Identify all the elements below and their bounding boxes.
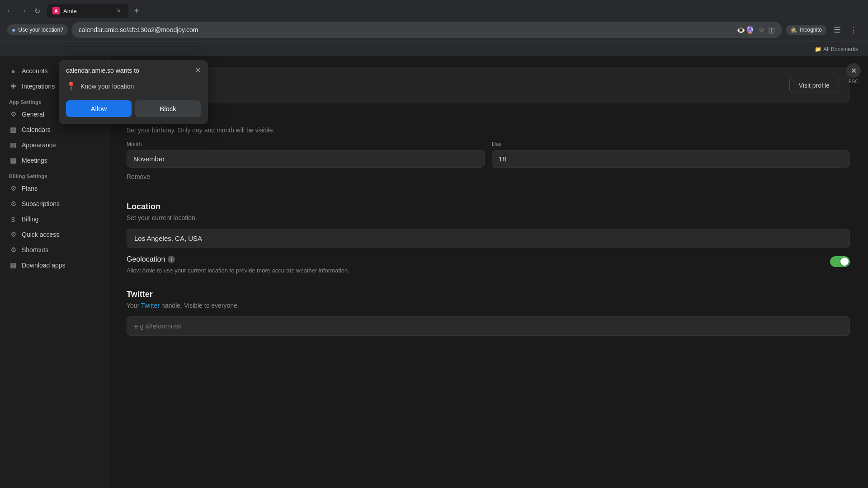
birthday-section: Birthday Set your birthday. Only day and… xyxy=(127,114,850,188)
location-description: Set your current location. xyxy=(127,214,850,221)
twitter-desc-before: Your xyxy=(127,302,141,309)
appearance-icon: ▦ xyxy=(9,141,17,149)
calendars-icon: ▦ xyxy=(9,126,17,134)
integrations-icon: ✚ xyxy=(9,82,17,90)
sidebar-item-billing[interactable]: $ Billing xyxy=(0,211,108,227)
location-icon: ● xyxy=(12,26,15,33)
location-input[interactable] xyxy=(127,229,850,248)
birthday-form-row: Month Day xyxy=(127,141,850,168)
sidebar-item-download-apps[interactable]: ▦ Download apps xyxy=(0,258,108,273)
esc-button[interactable]: ✕ ESC xyxy=(846,63,861,84)
shortcuts-icon: ⚙ xyxy=(9,246,17,254)
bookmark-star-icon[interactable]: ☆ xyxy=(758,26,764,34)
reload-button[interactable]: ↻ xyxy=(31,5,43,17)
geolocation-toggle[interactable] xyxy=(830,256,850,267)
sidebar-item-label-integrations: Integrations xyxy=(22,83,55,90)
nav-controls: ← → ↻ xyxy=(4,5,43,17)
sidebar-item-label-shortcuts: Shortcuts xyxy=(22,246,48,253)
incognito-badge[interactable]: 🕵 Incognito xyxy=(786,25,826,35)
month-group: Month xyxy=(127,141,485,168)
sidebar-item-quick-access[interactable]: ⚙ Quick access xyxy=(0,227,108,242)
billing-settings-label: Billing Settings xyxy=(0,168,108,181)
geolocation-row: Geolocation i Allow Amie to use your cur… xyxy=(127,255,850,275)
geolocation-info-icon[interactable]: i xyxy=(168,256,175,263)
page-content: calendar.amie.so wants to ✕ 📍 Know your … xyxy=(0,56,868,488)
eye-slash-icon[interactable]: 👁‍🔮 xyxy=(736,26,755,34)
sidebar-item-label-download-apps: Download apps xyxy=(22,262,66,269)
sidebar-item-appearance[interactable]: ▦ Appearance xyxy=(0,137,108,153)
permission-item: 📍 Know your location xyxy=(66,80,201,93)
esc-label: ESC xyxy=(849,79,859,84)
sidebar-item-label-plans: Plans xyxy=(22,185,38,192)
more-options-icon[interactable]: ⋮ xyxy=(846,23,861,37)
billing-icon: $ xyxy=(9,215,17,223)
plans-icon: ⚙ xyxy=(9,184,17,192)
geolocation-info: Geolocation i Allow Amie to use your cur… xyxy=(127,255,830,275)
profile-card: Sarah Tyler afe130a2@moodjoy.com Visit p… xyxy=(127,67,850,103)
sidebar-item-label-subscriptions: Subscriptions xyxy=(22,200,60,207)
subscriptions-icon: ⚙ xyxy=(9,200,17,208)
meetings-icon: ▦ xyxy=(9,156,17,164)
block-button[interactable]: Block xyxy=(135,100,201,117)
location-permission-badge[interactable]: ● Use your location? xyxy=(7,24,68,35)
twitter-description: Your Twitter handle. Visible to everyone… xyxy=(127,302,850,309)
day-input[interactable] xyxy=(492,150,850,168)
popup-header: calendar.amie.so wants to ✕ xyxy=(66,67,201,74)
sidebar-item-subscriptions[interactable]: ⚙ Subscriptions xyxy=(0,196,108,211)
sidebar-item-label-quick-access: Quick access xyxy=(22,231,59,238)
geolocation-toggle-wrapper xyxy=(830,256,850,267)
popup-close-button[interactable]: ✕ xyxy=(195,67,201,74)
tab-bar: ← → ↻ A Amie ✕ + xyxy=(0,0,868,18)
sidebar-item-calendars[interactable]: ▦ Calendars xyxy=(0,122,108,137)
day-group: Day xyxy=(492,141,850,168)
sidebar-item-label-meetings: Meetings xyxy=(22,157,47,164)
location-section: Location Set your current location. Geol… xyxy=(127,202,850,275)
twitter-input[interactable] xyxy=(127,316,850,336)
sidebar-item-label-accounts: Accounts xyxy=(22,67,48,75)
geolocation-title-row: Geolocation i xyxy=(127,255,830,263)
visit-profile-button[interactable]: Visit profile xyxy=(789,78,839,93)
allow-button[interactable]: Allow xyxy=(66,100,132,117)
quick-access-icon: ⚙ xyxy=(9,230,17,239)
permission-popup: calendar.amie.so wants to ✕ 📍 Know your … xyxy=(59,60,208,124)
all-bookmarks-button[interactable]: 📁 All Bookmarks xyxy=(812,45,861,53)
main-content: Sarah Tyler afe130a2@moodjoy.com Visit p… xyxy=(108,56,868,488)
accounts-icon: ● xyxy=(9,67,17,75)
tab-title: Amie xyxy=(63,8,111,14)
pin-icon: 📍 xyxy=(66,81,76,91)
sidebar-toggle-icon[interactable]: ☰ xyxy=(830,23,844,37)
month-input[interactable] xyxy=(127,150,485,168)
tab-close-button[interactable]: ✕ xyxy=(115,7,123,15)
back-button[interactable]: ← xyxy=(4,5,16,17)
location-title: Location xyxy=(127,202,850,211)
sidebar-item-plans[interactable]: ⚙ Plans xyxy=(0,181,108,196)
sidebar-item-meetings[interactable]: ▦ Meetings xyxy=(0,153,108,168)
popup-actions: Allow Block xyxy=(66,100,201,117)
toggle-thumb xyxy=(840,258,849,266)
incognito-icon: 🕵 xyxy=(790,27,797,33)
day-label: Day xyxy=(492,141,850,147)
bookmarks-bar: 📁 All Bookmarks xyxy=(0,42,868,56)
twitter-desc-after: handle. Visible to everyone. xyxy=(160,302,239,309)
birthday-title: Birthday xyxy=(127,114,850,124)
browser-chrome: ← → ↻ A Amie ✕ + ● Use your location? ca… xyxy=(0,0,868,56)
sidebar-item-label-general: General xyxy=(22,111,44,118)
sidebar-item-shortcuts[interactable]: ⚙ Shortcuts xyxy=(0,242,108,258)
remove-birthday-link[interactable]: Remove xyxy=(127,173,150,180)
forward-button[interactable]: → xyxy=(17,5,30,17)
incognito-label: Incognito xyxy=(800,27,822,33)
omnibox[interactable]: calendar.amie.so/afe130a2@moodjoy.com 👁‍… xyxy=(71,22,782,38)
month-label: Month xyxy=(127,141,485,147)
extensions-icon[interactable]: ◫ xyxy=(768,26,775,34)
omnibox-icons: 👁‍🔮 ☆ ◫ xyxy=(736,26,775,34)
omnibox-url: calendar.amie.so/afe130a2@moodjoy.com xyxy=(79,26,733,33)
twitter-link[interactable]: Twitter xyxy=(141,302,160,309)
tab-favicon: A xyxy=(52,7,60,14)
twitter-section: Twitter Your Twitter handle. Visible to … xyxy=(127,290,850,336)
active-tab[interactable]: A Amie ✕ xyxy=(47,4,128,18)
new-tab-button[interactable]: + xyxy=(130,5,143,17)
esc-close-icon[interactable]: ✕ xyxy=(846,63,861,78)
geolocation-description: Allow Amie to use your current location … xyxy=(127,266,353,275)
sidebar-item-label-billing: Billing xyxy=(22,216,38,223)
browser-action-icons: ☰ ⋮ xyxy=(830,23,861,37)
